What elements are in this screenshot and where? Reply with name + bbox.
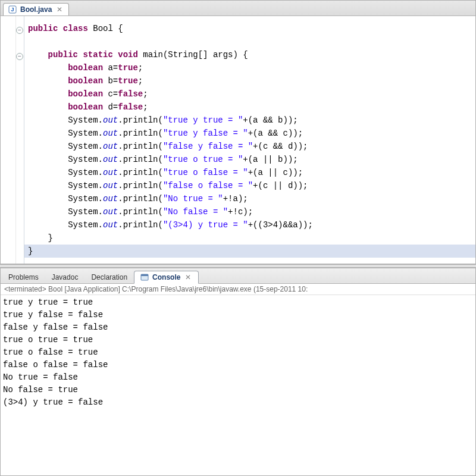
java-file-icon: J bbox=[8, 5, 17, 14]
svg-rect-3 bbox=[141, 274, 148, 276]
close-icon[interactable]: ✕ bbox=[55, 5, 64, 14]
bottom-tab-bar: Problems Javadoc Declaration Console ✕ bbox=[1, 268, 475, 284]
code-content[interactable]: public class Bool { public static void m… bbox=[24, 16, 475, 264]
bottom-pane: Problems Javadoc Declaration Console ✕ <… bbox=[0, 268, 476, 476]
fold-button[interactable] bbox=[16, 27, 23, 34]
svg-text:J: J bbox=[11, 7, 14, 12]
fold-strip bbox=[15, 16, 24, 264]
editor-tab-bool[interactable]: J Bool.java ✕ bbox=[3, 3, 69, 15]
tab-declaration[interactable]: Declaration bbox=[84, 271, 134, 283]
editor-tab-bar: J Bool.java ✕ bbox=[1, 1, 475, 16]
tab-console[interactable]: Console ✕ bbox=[134, 271, 199, 284]
editor-pane: J Bool.java ✕ public class Bool { public… bbox=[0, 0, 476, 264]
tab-javadoc[interactable]: Javadoc bbox=[45, 271, 85, 283]
code-area[interactable]: public class Bool { public static void m… bbox=[1, 16, 475, 264]
tab-problems[interactable]: Problems bbox=[2, 271, 45, 283]
tab-console-label: Console bbox=[152, 273, 180, 281]
gutter bbox=[1, 16, 24, 264]
console-output[interactable]: true y true = true true y false = false … bbox=[1, 295, 475, 410]
console-status: <terminated> Bool [Java Application] C:\… bbox=[1, 284, 475, 295]
console-icon bbox=[140, 273, 149, 281]
fold-button[interactable] bbox=[16, 53, 23, 60]
editor-tab-label: Bool.java bbox=[20, 5, 52, 14]
close-icon[interactable]: ✕ bbox=[184, 273, 192, 281]
